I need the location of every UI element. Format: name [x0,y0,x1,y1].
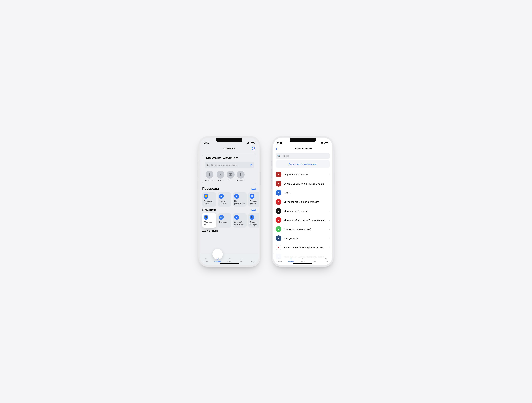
transfer-tile[interactable]: ₽По реквизитам [233,192,247,207]
chevron-right-icon: › [329,182,330,186]
chevron-right-icon: › [329,191,330,195]
list-item[interactable]: ●РУТ (МИИТ)› [273,234,332,243]
tile-label: Образова- ние [203,221,213,226]
chevron-right-icon: › [329,237,330,240]
tile-label: Сетевой маркетинг [234,221,243,226]
tab-label: Еще [324,261,328,262]
sbp-icon: ✦ [236,156,238,160]
page-title: Платежи [223,147,235,150]
more-icon: ⋯ [251,256,255,260]
tab-label: Главная [203,261,209,262]
chat-icon: ▬ [239,256,243,260]
list-item[interactable]: ●Московский Институт Психоанализа› [273,216,332,225]
chat-icon: ▬ [312,256,316,260]
org-name: Национальный Исследовательский Университ… [284,246,326,249]
battery-icon [251,142,255,144]
transfer-tile[interactable]: ⇄Между счетами [218,192,231,207]
chevron-right-icon: › [329,246,330,249]
org-icon: ● [276,217,281,223]
contact-item[interactable]: ННастя [217,171,224,182]
tab-more[interactable]: ⋯Еще [320,254,332,265]
doc-icon: ▤ [250,194,254,199]
home-indicator[interactable] [293,263,312,264]
phone-input[interactable]: 📞Введите имя или номер ⧇ [205,161,254,168]
search-icon: 🔍 [277,154,280,158]
tile-label: Домашн телефон [250,221,258,226]
list-item[interactable]: ●Университет Синергия (Москва)› [273,197,332,206]
avatar: Ж [227,171,234,179]
avatar: Н [217,171,224,179]
avatar: В [237,171,245,179]
section-title: Действия [202,229,218,233]
home-indicator[interactable] [220,263,239,264]
scan-receipt-button[interactable]: Сканировать квитанцию [276,160,330,168]
actions-section: Действия [200,228,259,233]
search-placeholder: Поиск [281,154,289,157]
payment-tile[interactable]: 📞Домашн телефон [248,213,259,228]
transport-icon: 🚌 [219,215,224,220]
payment-tile-education[interactable]: 🎓Образова- ние [202,213,216,228]
cellular-icon [320,142,323,144]
org-name: РУДН [284,191,326,194]
scan-label: Сканировать квитанцию [289,163,317,166]
tab-label: Главная [276,261,282,262]
section-title: Переводы [202,187,219,191]
tab-home[interactable]: ▭Главная [273,254,285,265]
city-icon: ◈ [301,256,305,260]
contact-name: Василий [237,179,245,182]
payment-tile[interactable]: ▲Сетевой маркетинг [233,213,247,228]
card-scan-icon[interactable]: ⧇ [250,164,252,166]
chevron-right-icon: › [329,200,330,204]
more-link[interactable]: Еще [251,187,256,190]
swap-icon: ⇄ [219,194,224,199]
list-item[interactable]: ●Московский Политех› [273,206,332,216]
transfers-section: ПереводыЕще 💳По номеру карты ⇄Между счет… [200,186,259,207]
contact-item[interactable]: ЕЕкатерина [205,171,214,182]
tab-label: Город [227,261,231,262]
tab-label: Еще [251,261,254,262]
org-icon: ● [276,199,281,205]
list-item[interactable]: ●РУДН› [273,188,332,197]
transfer-tile[interactable]: 💳По номеру карты [202,192,216,207]
chevron-right-icon: › [329,218,330,222]
transfer-tile[interactable]: ▤По номе догово [248,192,259,207]
org-name: РУТ (МИИТ) [284,237,326,240]
contact-item[interactable]: ЖЖеня [227,171,234,182]
battery-icon [324,142,328,144]
list-item[interactable]: ●Национальный Исследовательский Универси… [273,243,332,252]
contact-item[interactable]: ВВасилий [237,171,245,182]
back-button[interactable]: ‹ [276,147,277,151]
qr-scan-icon[interactable] [252,147,256,151]
svg-rect-0 [253,148,254,149]
contact-name: Екатерина [205,179,214,182]
header: ‹ Образование [273,145,332,152]
contacts-row: ЕЕкатерина ННастя ЖЖеня ВВасилий [205,171,254,182]
list-item[interactable]: ●Образование России› [273,170,332,179]
tab-home[interactable]: ▭Главная [200,254,212,265]
chevron-right-icon: › [329,209,330,213]
list-item[interactable]: ●Школа № 1540 (Москва)› [273,225,332,234]
org-name: Школа № 1540 (Москва) [284,228,326,231]
more-link[interactable]: Еще [251,208,256,211]
list-item[interactable]: ●Оплата школьного питания Москва› [273,179,332,188]
phone-education: 9:41 ‹ Образование 🔍 Поиск Сканировать к… [272,136,334,267]
more-icon: ⋯ [324,256,328,260]
tile-label: Транспорт [219,221,228,223]
payment-tile[interactable]: 🚌Транспорт [218,213,231,228]
home-icon: ▭ [277,256,281,260]
search-input[interactable]: 🔍 Поиск [276,153,330,159]
org-icon: ● [276,244,281,250]
org-icon: ● [276,226,281,232]
ruble-icon: ₽ [234,194,239,199]
tile-label: Между счетами [219,200,226,205]
org-name: Оплата школьного питания Москва [284,182,326,185]
tile-label: По номеру карты [203,200,213,205]
tab-more[interactable]: ⋯Еще [247,254,259,265]
tab-label: Платежи [288,261,294,262]
contact-name: Женя [228,179,233,182]
org-name: Московский Институт Психоанализа [284,219,326,222]
cellular-icon [247,142,249,144]
org-icon: ● [276,235,281,241]
section-title: Платежи [202,208,216,212]
card-icon: 💳 [203,194,209,199]
